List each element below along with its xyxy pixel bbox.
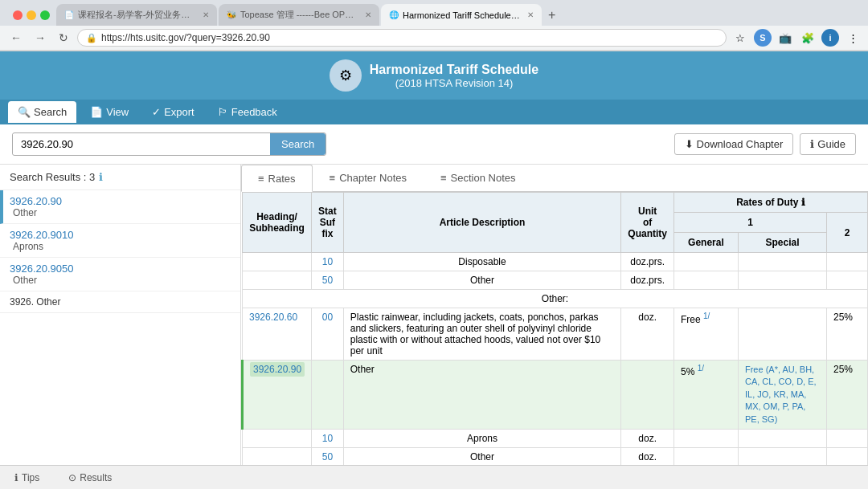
tab-rates[interactable]: ≡ Rates [241, 165, 313, 192]
sidebar-link-1[interactable]: 3926.20.9010 [10, 229, 74, 241]
sidebar-sublabel-1: Aprons [10, 241, 231, 252]
menu-icon[interactable]: ⋮ [844, 29, 862, 47]
cell-stat: 10 [312, 253, 344, 271]
tab-3-close[interactable]: ✕ [527, 10, 534, 19]
account-i-icon[interactable]: i [821, 29, 839, 47]
cell-special [738, 271, 826, 290]
tab-2-label: Topease 管理 ------Bee OPO/A... [240, 9, 358, 21]
app-title-main: Harmonized Tariff Schedule [370, 63, 538, 77]
bookmark-icon[interactable]: ☆ [731, 29, 749, 47]
cell-special [738, 429, 826, 447]
cell-special [738, 253, 826, 271]
traffic-light-red[interactable] [13, 10, 23, 20]
account-s-icon[interactable]: S [754, 29, 772, 47]
cell-stat: 50 [312, 447, 344, 466]
heading-link-highlighted[interactable]: 3926.20.90 [253, 364, 301, 375]
sidebar-link-2[interactable]: 3926.20.9050 [10, 263, 74, 275]
results-button[interactable]: ⊙ Results [62, 470, 118, 486]
search-toolbar-btn[interactable]: 🔍 Search [8, 101, 76, 123]
th-col1: 1 [674, 213, 826, 233]
cast-icon[interactable]: 📺 [776, 29, 794, 47]
cell-col2 [826, 253, 867, 271]
feedback-toolbar-btn[interactable]: 🏳 Feedback [208, 101, 287, 123]
content-area: ≡ Rates ≡ Chapter Notes ≡ Section Notes … [241, 165, 868, 489]
download-chapter-button[interactable]: ⬇ Download Chapter [674, 133, 794, 155]
cell-unit: doz.prs. [621, 253, 674, 271]
cell-general [674, 271, 738, 290]
export-toolbar-label: Export [164, 106, 194, 118]
tab-chapter-notes[interactable]: ≡ Chapter Notes [313, 165, 424, 191]
tab-2[interactable]: 🐝 Topease 管理 ------Bee OPO/A... ✕ [219, 4, 379, 26]
app-title-bar: ⚙ Harmonized Tariff Schedule (2018 HTSA … [0, 51, 868, 100]
footnote-link[interactable]: 1/ [703, 312, 710, 320]
cell-stat: 10 [312, 429, 344, 447]
heading-link[interactable]: 3926.20.60 [249, 312, 297, 323]
sidebar-info-icon[interactable]: ℹ [99, 171, 103, 183]
app-logo: ⚙ [330, 59, 362, 92]
search-toolbar-label: Search [34, 106, 67, 118]
search-results-label: Search Results : 3 [10, 171, 95, 183]
refresh-button[interactable]: ↻ [55, 29, 72, 47]
tab-2-close[interactable]: ✕ [365, 10, 371, 19]
cell-stat [312, 361, 344, 430]
filter-icon-chapter: ≡ [330, 172, 336, 184]
table-row: 50 Other doz. [243, 447, 868, 466]
cell-heading [243, 271, 312, 290]
cell-article: Disposable [343, 253, 621, 271]
sidebar-item-2[interactable]: 3926.20.9050 Other [0, 258, 240, 291]
table-row: 10 Aprons doz. [243, 429, 868, 447]
tab-1-close[interactable]: ✕ [203, 10, 209, 19]
cell-col2 [826, 447, 867, 466]
tab-3-label: Harmonized Tariff Schedule S... [403, 10, 520, 20]
rates-info-icon[interactable]: ℹ [801, 197, 805, 208]
tab-1[interactable]: 📄 课程报名-易学客-外贸业务培训 ✕ [56, 4, 217, 26]
sidebar-link-0[interactable]: 3926.20.90 [10, 195, 62, 207]
th-stat: StatSuffix [312, 193, 344, 253]
extensions-icon[interactable]: 🧩 [799, 29, 817, 47]
results-icon: ⊙ [68, 472, 76, 483]
rates-table-container[interactable]: Heading/Subheading StatSuffix Article De… [241, 192, 868, 489]
guide-label: Guide [817, 138, 845, 150]
cell-stat: 50 [312, 271, 344, 290]
cell-special: Free (A*, AU, BH, CA, CL, CO, D, E, IL, … [738, 361, 826, 430]
filter-icon-rates: ≡ [258, 173, 264, 185]
cell-article: Other [343, 271, 621, 290]
cell-col2 [826, 271, 867, 290]
search-submit-button[interactable]: Search [270, 133, 326, 155]
search-toolbar-icon: 🔍 [18, 106, 31, 118]
footnote-link[interactable]: 1/ [698, 364, 704, 373]
guide-button[interactable]: ℹ Guide [800, 133, 856, 155]
tab-3[interactable]: 🌐 Harmonized Tariff Schedule S... ✕ [381, 4, 542, 26]
cell-col2: 25% [826, 308, 867, 361]
content-tabs: ≡ Rates ≡ Chapter Notes ≡ Section Notes [241, 165, 868, 192]
search-input[interactable] [13, 134, 270, 154]
sidebar-item-0[interactable]: 3926.20.90 Other [0, 190, 240, 224]
cell-col2 [826, 429, 867, 447]
address-bar[interactable]: 🔒 https://hts.usitc.gov/?query=3926.20.9… [77, 29, 727, 47]
back-button[interactable]: ← [6, 29, 26, 47]
feedback-toolbar-label: Feedback [231, 106, 277, 118]
traffic-light-yellow[interactable] [27, 10, 36, 20]
new-tab-button[interactable]: + [543, 4, 560, 26]
search-input-group: Search [12, 132, 326, 156]
forward-button[interactable]: → [31, 29, 50, 47]
tips-info-icon: ℹ [14, 472, 18, 483]
search-bar-area: Search ⬇ Download Chapter ℹ Guide [0, 124, 868, 165]
cell-unit: doz.prs. [621, 271, 674, 290]
traffic-light-green[interactable] [40, 10, 50, 20]
view-toolbar-btn[interactable]: 📄 View [80, 101, 138, 123]
tips-button[interactable]: ℹ Tips [8, 470, 46, 486]
cell-general: 5% 1/ [674, 361, 738, 430]
sidebar-note: 3926. Other [0, 291, 240, 313]
tips-label: Tips [22, 472, 39, 483]
export-toolbar-icon: ✓ [152, 106, 161, 118]
tab-chapter-notes-label: Chapter Notes [339, 172, 407, 184]
sidebar-sublabel-0: Other [10, 207, 231, 218]
sidebar-header: Search Results : 3 ℹ [0, 165, 240, 190]
cell-article: Other [343, 447, 621, 466]
export-toolbar-btn[interactable]: ✓ Export [142, 101, 204, 123]
cell-heading [243, 253, 312, 271]
url-text: https://hts.usitc.gov/?query=3926.20.90 [101, 32, 718, 43]
tab-section-notes[interactable]: ≡ Section Notes [424, 165, 533, 191]
sidebar-item-1[interactable]: 3926.20.9010 Aprons [0, 224, 240, 258]
